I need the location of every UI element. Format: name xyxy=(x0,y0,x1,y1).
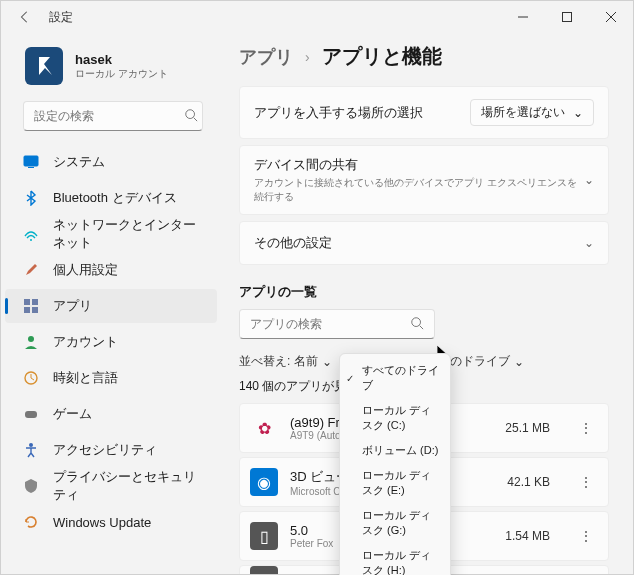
dropdown-item[interactable]: すべてのドライブ xyxy=(340,358,450,398)
sort-button[interactable]: 並べ替え: 名前 ⌄ xyxy=(239,353,332,370)
svg-rect-7 xyxy=(24,299,30,305)
app-icon: ◉ xyxy=(250,468,278,496)
sidebar-item-label: プライバシーとセキュリティ xyxy=(53,468,199,504)
app-icon: ▯ xyxy=(250,566,278,574)
svg-rect-1 xyxy=(563,13,572,22)
dropdown-item[interactable]: ローカル ディスク (G:) xyxy=(340,503,450,543)
sort-label: 並べ替え: xyxy=(239,353,290,370)
sidebar-item-label: ネットワークとインターネット xyxy=(53,216,199,252)
sidebar-item-label: Windows Update xyxy=(53,515,151,530)
app-icon: ▯ xyxy=(250,522,278,550)
dropdown-item[interactable]: ローカル ディスク (E:) xyxy=(340,463,450,503)
dropdown-item[interactable]: ローカル ディスク (C:) xyxy=(340,398,450,438)
section-title: アプリの一覧 xyxy=(239,283,609,301)
kebab-menu[interactable]: ⋮ xyxy=(574,474,598,490)
svg-point-6 xyxy=(30,239,32,241)
app-search[interactable] xyxy=(239,309,435,339)
card-title: アプリを入手する場所の選択 xyxy=(254,104,423,122)
settings-search-input[interactable] xyxy=(34,109,184,123)
search-icon xyxy=(410,316,424,333)
dropdown-item[interactable]: ローカル ディスク (H:) xyxy=(340,543,450,575)
svg-rect-8 xyxy=(32,299,38,305)
update-icon xyxy=(23,514,39,530)
sidebar-item-label: システム xyxy=(53,153,105,171)
bluetooth-icon xyxy=(23,190,39,206)
sidebar-item-label: 個人用設定 xyxy=(53,261,118,279)
svg-rect-4 xyxy=(24,156,38,166)
sidebar-item-bluetooth[interactable]: Bluetooth とデバイス xyxy=(5,181,217,215)
svg-rect-5 xyxy=(28,167,34,168)
svg-point-15 xyxy=(412,317,421,326)
chevron-down-icon: ⌄ xyxy=(584,173,594,187)
svg-point-2 xyxy=(186,109,195,118)
sidebar-item-label: Bluetooth とデバイス xyxy=(53,189,177,207)
svg-rect-9 xyxy=(24,307,30,313)
sidebar-item-gaming[interactable]: ゲーム xyxy=(5,397,217,431)
app-size: 25.1 MB xyxy=(505,421,550,435)
app-size: 42.1 KB xyxy=(507,475,550,489)
profile-block[interactable]: hasek ローカル アカウント xyxy=(1,33,221,99)
gaming-icon xyxy=(23,406,39,422)
app-search-input[interactable] xyxy=(250,317,410,331)
sidebar-item-time[interactable]: 時刻と言語 xyxy=(5,361,217,395)
profile-sub: ローカル アカウント xyxy=(75,67,168,81)
svg-rect-10 xyxy=(32,307,38,313)
shield-icon xyxy=(23,478,39,494)
sidebar-item-privacy[interactable]: プライバシーとセキュリティ xyxy=(5,469,217,503)
sidebar-item-accounts[interactable]: アカウント xyxy=(5,325,217,359)
sidebar-item-personalize[interactable]: 個人用設定 xyxy=(5,253,217,287)
sidebar-item-label: アカウント xyxy=(53,333,118,351)
brush-icon xyxy=(23,262,39,278)
window-title: 設定 xyxy=(49,9,73,26)
card-where-to-get-apps[interactable]: アプリを入手する場所の選択 場所を選ばない ⌄ xyxy=(239,86,609,139)
svg-line-16 xyxy=(420,325,424,329)
clock-icon xyxy=(23,370,39,386)
apps-icon xyxy=(23,298,39,314)
card-share-across-devices[interactable]: デバイス間の共有 アカウントに接続されている他のデバイスでアプリ エクスペリエン… xyxy=(239,145,609,215)
svg-rect-13 xyxy=(25,411,37,418)
system-icon xyxy=(23,154,39,170)
sidebar-item-label: ゲーム xyxy=(53,405,92,423)
kebab-menu[interactable]: ⋮ xyxy=(574,528,598,544)
chevron-right-icon: › xyxy=(305,49,310,65)
app-size: 1.54 MB xyxy=(505,529,550,543)
chevron-down-icon: ⌄ xyxy=(322,355,332,369)
filter-dropdown: すべてのドライブ ローカル ディスク (C:) ボリューム (D:) ローカル … xyxy=(339,353,451,575)
sidebar-item-update[interactable]: Windows Update xyxy=(5,505,217,539)
sidebar-item-label: アプリ xyxy=(53,297,92,315)
combo-value: 場所を選ばない xyxy=(481,104,565,121)
card-title: デバイス間の共有 xyxy=(254,156,584,174)
back-button[interactable] xyxy=(15,7,35,27)
page-title: アプリと機能 xyxy=(322,43,442,70)
sidebar-item-label: アクセシビリティ xyxy=(53,441,157,459)
svg-line-3 xyxy=(194,117,198,121)
card-other-settings[interactable]: その他の設定 ⌄ xyxy=(239,221,609,265)
avatar xyxy=(25,47,63,85)
breadcrumb-parent[interactable]: アプリ xyxy=(239,45,293,69)
network-icon xyxy=(23,226,39,242)
app-icon: ✿ xyxy=(250,414,278,442)
minimize-button[interactable] xyxy=(501,1,545,33)
search-icon xyxy=(184,108,198,125)
sidebar-item-network[interactable]: ネットワークとインターネット xyxy=(5,217,217,251)
svg-point-14 xyxy=(29,443,33,447)
sidebar-item-system[interactable]: システム xyxy=(5,145,217,179)
svg-point-11 xyxy=(28,336,34,342)
chevron-down-icon: ⌄ xyxy=(573,106,583,120)
maximize-button[interactable] xyxy=(545,1,589,33)
kebab-menu[interactable]: ⋮ xyxy=(574,420,598,436)
breadcrumb: アプリ › アプリと機能 xyxy=(239,43,609,70)
where-to-get-apps-combo[interactable]: 場所を選ばない ⌄ xyxy=(470,99,594,126)
settings-search[interactable] xyxy=(23,101,203,131)
chevron-down-icon: ⌄ xyxy=(584,236,594,250)
sidebar-item-accessibility[interactable]: アクセシビリティ xyxy=(5,433,217,467)
close-button[interactable] xyxy=(589,1,633,33)
dropdown-item[interactable]: ボリューム (D:) xyxy=(340,438,450,463)
sidebar-item-apps[interactable]: アプリ xyxy=(5,289,217,323)
card-subtitle: アカウントに接続されている他のデバイスでアプリ エクスペリエンスを続行する xyxy=(254,176,584,204)
card-title: その他の設定 xyxy=(254,234,332,252)
profile-name: hasek xyxy=(75,52,168,67)
account-icon xyxy=(23,334,39,350)
sidebar-item-label: 時刻と言語 xyxy=(53,369,118,387)
accessibility-icon xyxy=(23,442,39,458)
